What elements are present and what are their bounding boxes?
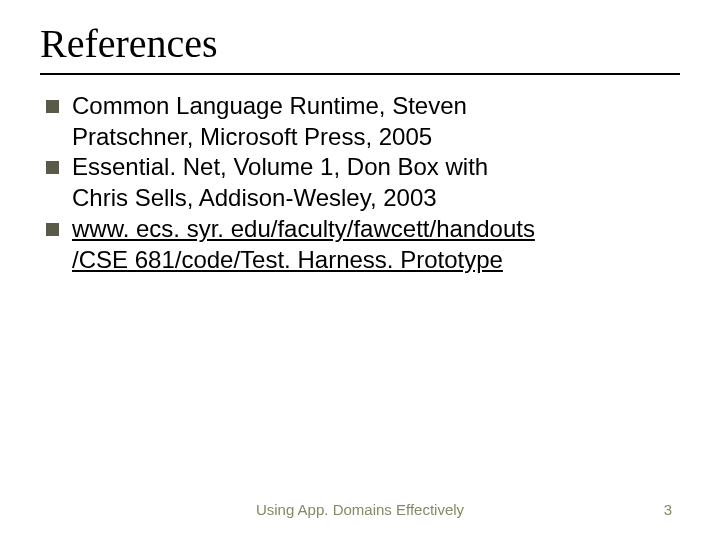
item-continuation: /CSE 681/code/Test. Harness. Prototype bbox=[44, 245, 680, 276]
list-item: www. ecs. syr. edu/faculty/fawcett/hando… bbox=[44, 214, 680, 245]
slide: References Common Language Runtime, Stev… bbox=[0, 0, 720, 540]
item-continuation: Chris Sells, Addison-Wesley, 2003 bbox=[44, 183, 680, 214]
list-item: Common Language Runtime, Steven bbox=[44, 91, 680, 122]
reference-link[interactable]: /CSE 681/code/Test. Harness. Prototype bbox=[72, 246, 503, 273]
footer-text: Using App. Domains Effectively bbox=[0, 501, 720, 518]
item-text: Common Language Runtime, Steven bbox=[72, 92, 467, 119]
content-area: Common Language Runtime, Steven Pratschn… bbox=[40, 91, 680, 275]
item-text: Chris Sells, Addison-Wesley, 2003 bbox=[72, 184, 437, 211]
reference-link[interactable]: www. ecs. syr. edu/faculty/fawcett/hando… bbox=[72, 215, 535, 242]
slide-title: References bbox=[40, 20, 680, 67]
item-text: Essential. Net, Volume 1, Don Box with bbox=[72, 153, 488, 180]
title-underline bbox=[40, 73, 680, 75]
list-item: Essential. Net, Volume 1, Don Box with bbox=[44, 152, 680, 183]
page-number: 3 bbox=[664, 501, 672, 518]
item-text: Pratschner, Microsoft Press, 2005 bbox=[72, 123, 432, 150]
item-continuation: Pratschner, Microsoft Press, 2005 bbox=[44, 122, 680, 153]
